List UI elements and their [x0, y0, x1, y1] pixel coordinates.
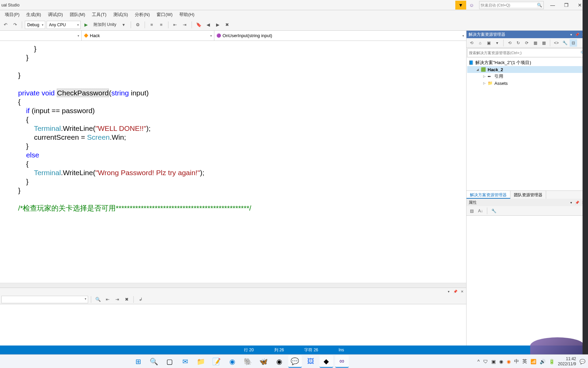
- nav-back-button[interactable]: ↶: [1, 21, 10, 29]
- collapse-all-icon[interactable]: ▣: [485, 39, 492, 47]
- tray-ime-icon[interactable]: 英: [522, 358, 527, 365]
- code-content[interactable]: } } } private void CheckPassword(string …: [0, 41, 466, 216]
- config-dropdown[interactable]: Debug: [25, 21, 45, 29]
- output-clear-icon[interactable]: ✖: [122, 295, 131, 304]
- app-icon[interactable]: 🖼: [304, 355, 317, 368]
- task-view-icon[interactable]: ▢: [163, 355, 177, 368]
- menu-test[interactable]: 测试(S): [110, 10, 131, 19]
- home-icon[interactable]: ⌂: [476, 39, 484, 47]
- tray-battery-icon[interactable]: 🔋: [549, 359, 555, 364]
- references-node[interactable]: ▷ ▪▪ 引用: [467, 73, 587, 80]
- attach-unity-button[interactable]: 附加到 Unity: [92, 22, 118, 28]
- feedback-icon[interactable]: ☺: [466, 1, 477, 10]
- panel-dropdown-icon[interactable]: ▾: [446, 289, 451, 294]
- dropdown-icon[interactable]: ▾: [493, 39, 501, 47]
- sync-icon[interactable]: ⟲: [506, 39, 513, 47]
- maximize-button[interactable]: ❐: [559, 1, 573, 10]
- tray-chevron-icon[interactable]: ^: [477, 359, 480, 364]
- nav-scope-dropdown[interactable]: [0, 31, 82, 41]
- start-button[interactable]: ⊞: [132, 355, 145, 368]
- nav-class-dropdown[interactable]: 🔶 Hack: [82, 31, 214, 41]
- preview-icon[interactable]: ▦: [540, 39, 548, 47]
- menu-analyze[interactable]: 分析(N): [131, 10, 153, 19]
- quick-launch-box[interactable]: 🔍: [479, 1, 544, 9]
- expand-icon[interactable]: ◢: [475, 68, 479, 71]
- panel-close-icon[interactable]: ✕: [459, 289, 465, 294]
- start-debug-button[interactable]: ▶: [82, 21, 90, 29]
- panel-pin-icon[interactable]: 📌: [453, 289, 458, 294]
- tray-app-icon[interactable]: ◉: [507, 359, 511, 364]
- panel-dropdown-icon[interactable]: ▾: [568, 32, 574, 37]
- tray-app-icon[interactable]: ▣: [491, 359, 496, 364]
- toolbar-icon[interactable]: ⚙: [134, 21, 142, 29]
- platform-dropdown[interactable]: Any CPU: [47, 21, 81, 29]
- notifications-flag-icon[interactable]: ▼: [455, 1, 466, 10]
- menu-window[interactable]: 窗口(W): [153, 10, 176, 19]
- output-prev-icon[interactable]: ⇤: [103, 295, 112, 304]
- alphabetical-icon[interactable]: A↓: [477, 207, 484, 215]
- project-node[interactable]: ◢ 🟩 Hack_2: [467, 66, 587, 73]
- solution-search-input[interactable]: [469, 51, 581, 55]
- sticky-notes-icon[interactable]: 📝: [210, 355, 224, 368]
- edge-icon[interactable]: ◉: [226, 355, 239, 368]
- file-explorer-icon[interactable]: 📁: [194, 355, 208, 368]
- prev-bookmark-icon[interactable]: ◀: [204, 21, 212, 29]
- menu-team[interactable]: 团队(M): [66, 10, 89, 19]
- nav-forward-button[interactable]: ↷: [11, 21, 19, 29]
- tray-app-icon[interactable]: ◉: [499, 359, 503, 364]
- menu-tools[interactable]: 工具(T): [88, 10, 110, 19]
- menu-project[interactable]: 项目(P): [1, 10, 23, 19]
- unity-icon[interactable]: ◆: [320, 355, 333, 368]
- attach-dropdown-icon[interactable]: ▾: [120, 21, 128, 29]
- wechat-icon[interactable]: 💬: [288, 355, 302, 368]
- menu-build[interactable]: 生成(B): [23, 10, 44, 19]
- indent-icon[interactable]: ⇥: [181, 21, 189, 29]
- tray-wifi-icon[interactable]: 📶: [530, 359, 536, 364]
- properties-grid[interactable]: [467, 216, 588, 346]
- menu-help[interactable]: 帮助(H): [176, 10, 198, 19]
- property-pages-icon[interactable]: 🔧: [490, 207, 497, 215]
- solution-search-box[interactable]: 🔍: [467, 48, 587, 57]
- mail-app-icon[interactable]: ✉: [179, 355, 192, 368]
- panel-pin-icon[interactable]: 📌: [574, 32, 580, 37]
- show-all-icon[interactable]: ▦: [532, 39, 539, 47]
- categorized-icon[interactable]: ▤: [468, 207, 475, 215]
- tab-solution-explorer[interactable]: 解决方案资源管理器: [467, 191, 510, 199]
- outdent-icon[interactable]: ⇤: [171, 21, 179, 29]
- output-next-icon[interactable]: ⇥: [113, 295, 121, 304]
- solution-node[interactable]: 📘 解决方案"Hack_2"(1 个项目): [467, 59, 587, 66]
- properties-icon[interactable]: 🔧: [561, 39, 569, 47]
- tray-volume-icon[interactable]: 🔊: [540, 359, 545, 364]
- code-editor[interactable]: } } } private void CheckPassword(string …: [0, 41, 466, 283]
- output-find-icon[interactable]: 🔍: [94, 295, 102, 304]
- output-wrap-icon[interactable]: ↲: [136, 295, 145, 304]
- panel-dropdown-icon[interactable]: ▾: [568, 200, 574, 205]
- tray-app-icon[interactable]: 🛡: [483, 359, 488, 364]
- code-icon[interactable]: <>: [553, 39, 560, 47]
- output-source-dropdown[interactable]: [1, 296, 88, 303]
- expand-icon[interactable]: ▷: [482, 75, 486, 78]
- app-icon[interactable]: 🐘: [241, 355, 255, 368]
- assets-folder-node[interactable]: ▷ 📁 Assets: [467, 80, 587, 87]
- tray-notifications-icon[interactable]: 💬: [579, 359, 585, 364]
- tray-clock[interactable]: 11:42 2022/11/9: [558, 356, 576, 366]
- visual-studio-icon[interactable]: ∞: [335, 355, 349, 368]
- search-icon[interactable]: 🔍: [147, 355, 161, 368]
- minimize-button[interactable]: —: [546, 1, 559, 10]
- quick-launch-input[interactable]: [481, 3, 537, 7]
- expand-icon[interactable]: ▷: [482, 81, 486, 85]
- toggle-icon[interactable]: ⊟: [570, 39, 577, 47]
- refresh-icon[interactable]: ↻: [514, 39, 522, 47]
- bookmark-icon[interactable]: 🔖: [195, 21, 203, 29]
- clear-bookmarks-icon[interactable]: ✖: [223, 21, 231, 29]
- tab-team-explorer[interactable]: 团队资源管理器: [510, 191, 546, 199]
- home-icon[interactable]: ⟲: [468, 39, 475, 47]
- comment-out-icon[interactable]: ≡: [148, 21, 156, 29]
- app-icon[interactable]: 🦋: [257, 355, 271, 368]
- panel-pin-icon[interactable]: 📌: [574, 200, 580, 205]
- refresh-icon[interactable]: ⟳: [523, 39, 530, 47]
- tray-ime-icon[interactable]: 中: [514, 358, 519, 365]
- uncomment-icon[interactable]: ≡: [157, 21, 165, 29]
- next-bookmark-icon[interactable]: ▶: [214, 21, 222, 29]
- solution-tree[interactable]: 📘 解决方案"Hack_2"(1 个项目) ◢ 🟩 Hack_2 ▷ ▪▪ 引用…: [467, 58, 588, 190]
